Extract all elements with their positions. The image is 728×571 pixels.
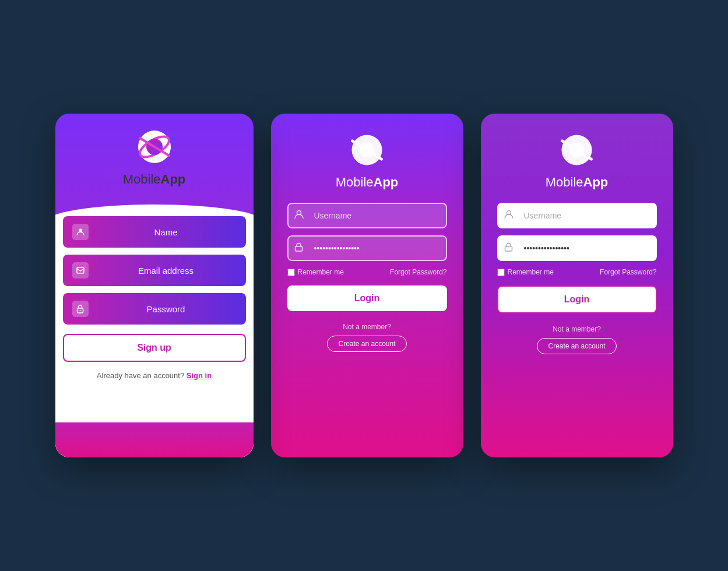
lock-icon-2 <box>294 242 303 254</box>
remember-me-checkbox-3[interactable] <box>497 269 505 276</box>
cards-container: MobileApp Name Email address <box>55 114 673 457</box>
signup-white-area: Name Email address Password Sign up <box>55 205 254 457</box>
logo-icon-2 <box>348 131 386 169</box>
username-wrap-3 <box>497 203 657 228</box>
signup-button[interactable]: Sign up <box>63 334 246 362</box>
signin-link[interactable]: Sign in <box>187 371 212 380</box>
svg-rect-12 <box>295 246 302 251</box>
login-card-violet: MobileApp Remember me Forgot Password? L… <box>481 114 673 457</box>
remember-me-label-2[interactable]: Remember me <box>287 268 344 276</box>
app-title-2: MobileApp <box>336 175 399 190</box>
name-input-button[interactable]: Name <box>63 216 246 248</box>
remember-me-checkbox-2[interactable] <box>287 269 295 276</box>
lock-icon <box>72 301 89 317</box>
not-member-text-3: Not a member? <box>553 325 601 333</box>
create-account-button-3[interactable]: Create an account <box>537 338 616 354</box>
username-input-2[interactable] <box>287 203 447 228</box>
already-have-account-text: Already have an account? Sign in <box>97 371 212 380</box>
forgot-password-link-3[interactable]: Forgot Password? <box>600 268 656 276</box>
login-card-purple: MobileApp Remember me Forgot Password? L… <box>271 114 463 457</box>
create-account-button-2[interactable]: Create an account <box>327 336 406 352</box>
password-input-3[interactable] <box>497 235 657 261</box>
signup-form: Name Email address Password Sign up <box>63 216 246 362</box>
password-wrap-3 <box>497 235 657 261</box>
remember-row-2: Remember me Forgot Password? <box>287 268 447 276</box>
user-icon-2 <box>294 210 304 221</box>
lock-icon-3 <box>504 242 513 254</box>
svg-point-7 <box>80 310 81 311</box>
username-wrap-2 <box>287 203 447 228</box>
bottom-decoration <box>55 422 254 457</box>
password-wrap-2 <box>287 235 447 261</box>
not-member-text-2: Not a member? <box>343 323 391 331</box>
logo-icon-3 <box>558 131 596 169</box>
user-icon-3 <box>504 210 514 221</box>
signup-card: MobileApp Name Email address <box>55 114 254 457</box>
logo-icon <box>134 126 175 167</box>
remember-me-label-3[interactable]: Remember me <box>497 268 554 276</box>
user-icon <box>72 224 89 240</box>
app-title-1: MobileApp <box>123 172 186 187</box>
email-icon <box>72 262 89 279</box>
forgot-password-link-2[interactable]: Forgot Password? <box>390 268 446 276</box>
password-input-button[interactable]: Password <box>63 293 246 325</box>
login-button-3[interactable]: Login <box>497 286 657 313</box>
username-input-3[interactable] <box>497 203 657 228</box>
login-button-2[interactable]: Login <box>287 286 447 311</box>
remember-row-3: Remember me Forgot Password? <box>497 268 657 276</box>
svg-rect-5 <box>77 267 84 273</box>
password-input-2[interactable] <box>287 235 447 261</box>
app-title-3: MobileApp <box>546 175 609 190</box>
svg-rect-17 <box>505 246 512 251</box>
email-input-button[interactable]: Email address <box>63 255 246 286</box>
